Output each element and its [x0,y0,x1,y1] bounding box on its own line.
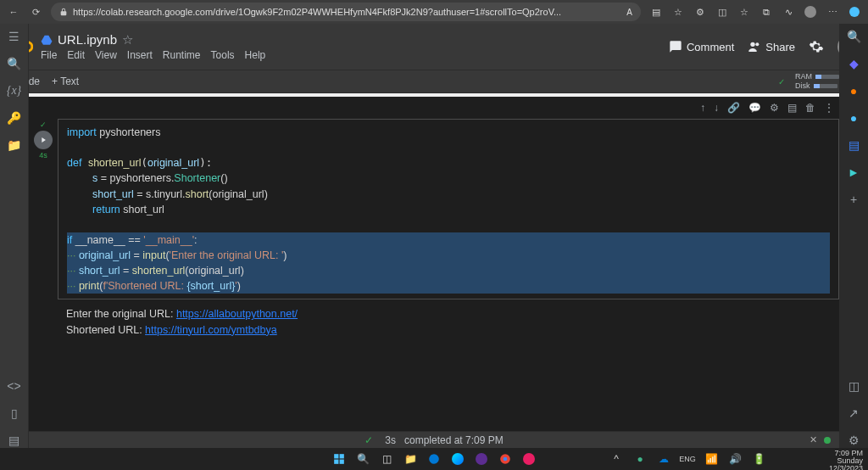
link-icon[interactable]: 🔗 [727,102,740,114]
ram-disk-indicator[interactable]: RAM Disk [795,73,839,90]
edge-tool3-icon[interactable]: ● [846,110,861,126]
task-app1-icon[interactable] [450,451,465,467]
exec-duration: 4s [39,151,47,159]
menu-file[interactable]: File [41,49,57,61]
svg-rect-9 [334,460,338,464]
comment-button[interactable]: Comment [669,40,734,53]
collections-split-icon[interactable]: ◫ [715,5,729,19]
more-icon[interactable]: ⋯ [826,5,839,19]
search-icon[interactable]: 🔍 [7,56,22,71]
variables-icon[interactable]: {x} [7,83,22,98]
svg-point-13 [504,457,508,462]
title-area: URL.ipynb ☆ File Edit View Insert Runtim… [41,32,265,61]
task-chrome-icon[interactable] [498,451,513,467]
status-check-icon [364,434,376,446]
status-close-icon[interactable]: ✕ [810,434,817,445]
svg-rect-10 [340,460,344,464]
move-up-icon[interactable]: ↑ [700,102,705,114]
address-bar[interactable]: https://colab.research.google.com/drive/… [51,3,641,21]
start-icon[interactable] [331,451,347,467]
menu-tools[interactable]: Tools [211,49,235,61]
menu-insert[interactable]: Insert [127,49,153,61]
svg-rect-7 [334,454,338,458]
add-text-button[interactable]: + Text [52,76,79,87]
output-gutter [29,301,58,342]
cell-more-icon[interactable]: ⋮ [824,102,834,114]
edge-panel-icon[interactable]: ◫ [846,378,861,394]
star-icon[interactable]: ☆ [122,32,133,48]
code-cell: ✓ 4s import pyshorteners def shorten_url… [29,119,839,299]
status-dot-icon [824,437,831,444]
cell-toolbar: ↑ ↓ 🔗 💬 ⚙ ▤ 🗑 ⋮ [29,98,839,117]
taskbar: 🔍 ◫ 📁 ^ ● ☁ ENG 📶 🔊 🔋 7:09 PM Sunday 12/… [0,448,868,470]
lock-icon [59,8,68,16]
secrets-icon[interactable]: 🔑 [7,110,22,126]
tray-chevron-icon[interactable]: ^ [609,451,624,467]
tray-battery-icon[interactable]: 🔋 [751,451,766,467]
share-button[interactable]: Share [748,40,795,53]
prev-cell-edge [29,93,839,97]
collections-icon[interactable]: ⧉ [760,5,773,19]
drive-icon [41,34,53,46]
command-palette-icon[interactable]: ▤ [7,433,22,448]
tab-actions-icon[interactable]: ▤ [649,5,663,19]
task-taskview-icon[interactable]: ◫ [379,451,394,467]
settings-icon[interactable] [809,39,824,54]
status-bar: 3s completed at 7:09 PM ✕ [29,431,839,448]
files-icon[interactable]: 📁 [7,137,22,153]
tray-volume-icon[interactable]: 🔊 [727,451,743,467]
tray-lang-icon[interactable]: ENG [680,451,695,467]
menu-runtime[interactable]: Runtime [163,49,201,61]
input-url-link[interactable]: https://allaboutpython.net/ [176,308,298,320]
edge-add-icon[interactable]: + [846,192,861,207]
edge-tool4-icon[interactable]: ▤ [846,137,861,153]
menu-help[interactable]: Help [245,49,266,61]
comment-cell-icon[interactable]: 💬 [748,102,761,114]
task-search-icon[interactable]: 🔍 [355,451,370,467]
toc-icon[interactable]: ☰ [7,29,22,44]
header-actions: Comment Share [669,36,860,58]
extensions-icon[interactable]: ⚙ [693,5,707,19]
run-button[interactable] [34,131,53,149]
tray-wifi-icon[interactable]: 📶 [704,451,719,467]
edge-settings-icon[interactable]: ⚙ [846,433,861,448]
edge-search-icon[interactable]: 🔍 [846,29,861,44]
menu-edit[interactable]: Edit [67,49,85,61]
edge-tool5-icon[interactable]: ► [846,165,861,180]
favorite-icon[interactable]: ☆ [671,5,685,19]
task-explorer-icon[interactable]: 📁 [403,451,418,467]
copilot-icon[interactable] [848,5,861,19]
notebook-title[interactable]: URL.ipynb [58,32,117,48]
edge-tool1-icon[interactable]: ◆ [846,56,861,71]
tray-app1-icon[interactable]: ● [632,451,648,467]
terminal-icon[interactable]: ▯ [7,406,22,421]
task-app3-icon[interactable] [521,451,537,467]
performance-icon[interactable]: ∿ [782,5,795,19]
task-edge-icon[interactable] [426,451,442,467]
profile-icon[interactable] [804,5,817,19]
delete-icon[interactable]: 🗑 [805,102,815,114]
shortened-url-link[interactable]: https://tinyurl.com/ymtbdbya [145,324,277,336]
code-editor[interactable]: import pyshorteners def shorten_url(orig… [58,119,839,299]
edge-sidebar: 🔍 ◆ ● ● ▤ ► + ◫ ↗ ⚙ [839,24,868,448]
exec-check-icon: ✓ [40,120,47,129]
menu-view[interactable]: View [95,49,117,61]
refresh-icon[interactable]: ⟳ [29,5,42,19]
read-aloud-icon[interactable]: A [626,8,632,17]
tray-onedrive-icon[interactable]: ☁ [656,451,671,467]
code-snippets-icon[interactable]: <> [7,378,22,394]
mirror-icon[interactable]: ▤ [787,102,797,114]
task-app2-icon[interactable] [474,451,489,467]
svg-point-11 [429,454,439,464]
cell-settings-icon[interactable]: ⚙ [770,102,779,114]
main-area: ↑ ↓ 🔗 💬 ⚙ ▤ 🗑 ⋮ ✓ 4s import pyshorteners… [29,93,839,431]
taskbar-clock[interactable]: 7:09 PM Sunday 12/3/2023 [829,450,863,470]
colab-header: URL.ipynb ☆ File Edit View Insert Runtim… [0,24,868,70]
status-message: completed at 7:09 PM [404,434,504,446]
move-down-icon[interactable]: ↓ [714,102,719,114]
svg-point-0 [849,7,860,17]
edge-popout-icon[interactable]: ↗ [846,406,861,421]
favorites-icon[interactable]: ☆ [737,5,751,19]
back-icon[interactable]: ← [7,5,20,19]
edge-tool2-icon[interactable]: ● [846,83,861,98]
